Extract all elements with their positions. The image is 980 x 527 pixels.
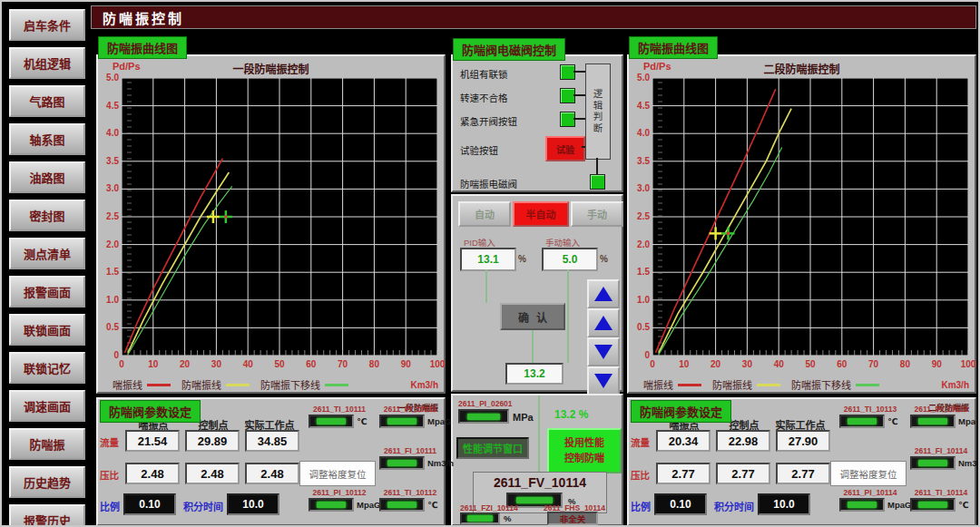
manual-input-unit: % <box>600 254 608 264</box>
value-glow <box>918 502 946 508</box>
adjust-margin-reset-button[interactable]: 调整裕度复位 <box>830 461 906 486</box>
process-tag-unit-3: MpaG <box>887 500 911 510</box>
integral-time-field[interactable]: 10.0 <box>758 493 810 515</box>
process-tag-unit-3: MpaG <box>357 500 380 510</box>
fzi-unit: % <box>504 513 511 523</box>
confirm-button[interactable]: 确认 <box>500 303 565 330</box>
y-tick-label: 3.0 <box>629 183 650 193</box>
integral-time-field[interactable]: 10.0 <box>227 493 279 515</box>
pid-input-label: PID输入 <box>464 236 495 249</box>
param-value-field[interactable]: 2.48 <box>185 463 240 484</box>
process-tag-display-4 <box>910 498 956 512</box>
connector-line <box>573 71 585 73</box>
chart-plot <box>122 78 437 356</box>
test-button-label: 试验按钮 <box>460 143 498 157</box>
x-tick-label: 20 <box>175 359 195 369</box>
param-value-field[interactable]: 29.89 <box>185 430 240 452</box>
value-glow <box>317 418 345 425</box>
chart-title: 二段防喘振控制 <box>629 61 975 76</box>
value-glow <box>387 460 416 466</box>
interlock-label: 机组有联锁 <box>460 67 508 81</box>
param-value-field[interactable]: 22.98 <box>716 430 770 452</box>
curve-section-label-left: 防喘振曲线图 <box>98 36 187 59</box>
adjust-margin-reset-button[interactable]: 调整裕度复位 <box>299 461 376 486</box>
param-value-field[interactable]: 20.34 <box>656 430 710 452</box>
test-button[interactable]: 试验 <box>545 136 585 161</box>
sidebar-item-0[interactable]: 启车条件 <box>9 9 85 41</box>
proportional-field[interactable]: 0.10 <box>654 493 707 515</box>
x-tick-label: 20 <box>706 359 726 369</box>
sidebar-item-7[interactable]: 报警画面 <box>9 276 85 307</box>
auto-mode-button[interactable]: 自动 <box>458 201 511 227</box>
output-value-field[interactable]: 13.2 <box>505 363 564 385</box>
performance-window-button[interactable]: 性能调节窗口 <box>456 437 529 459</box>
increase-button[interactable] <box>587 308 620 337</box>
param-value-field[interactable]: 21.54 <box>125 430 180 452</box>
x-tick-label: 30 <box>206 359 226 369</box>
sidebar-item-5[interactable]: 密封图 <box>9 200 85 231</box>
process-tag-display-3 <box>309 498 354 512</box>
proportional-field[interactable]: 0.10 <box>123 493 176 515</box>
legend-line-swatch <box>226 384 250 386</box>
param-value-field[interactable]: 2.77 <box>716 463 770 484</box>
valve-percent-text: 13.2 % <box>554 408 588 421</box>
x-tick-label: 40 <box>238 359 258 369</box>
valve-output-panel: 2611_PI_02601 MPa 13.2 % 投用性能 控制防喘 性能调节窗… <box>451 394 623 526</box>
y-tick-label: 0.5 <box>629 322 650 332</box>
param-value-field[interactable]: 27.90 <box>776 430 830 452</box>
marker-core <box>224 216 227 219</box>
page-title: 防喘振控制 <box>91 5 976 29</box>
process-tag-unit-2: Nm3/h <box>958 458 980 468</box>
valve-control-panel: 自动 半自动 手动 PID输入 手动输入 13.1 % 5.0 % 确认 13.… <box>451 194 623 392</box>
param-value-field[interactable]: 2.48 <box>245 463 299 484</box>
sidebar-item-10[interactable]: 调速画面 <box>9 390 85 422</box>
legend-label: 防喘振线 <box>181 377 221 392</box>
connector-line <box>567 269 569 363</box>
param-value-field[interactable]: 2.77 <box>776 463 830 484</box>
y-axis-label: Pd/Ps <box>643 61 671 72</box>
sidebar-item-11[interactable]: 防喘振 <box>9 428 85 460</box>
manual-mode-button[interactable]: 手动 <box>571 201 623 227</box>
param-value-field[interactable]: 2.77 <box>656 463 710 484</box>
y-tick-label: 5.0 <box>98 73 119 83</box>
pid-input-unit: % <box>518 254 526 264</box>
semi-auto-mode-button[interactable]: 半自动 <box>513 201 569 227</box>
x-tick-label: 90 <box>396 359 416 369</box>
legend-label: 喘振线 <box>643 377 673 392</box>
sidebar-item-13[interactable]: 报警历史 <box>9 504 85 527</box>
param-row-label-1: 压比 <box>631 468 654 482</box>
process-tag-unit-4: ℃ <box>958 500 969 510</box>
param-section-label: 防喘阀参数设定 <box>100 400 201 423</box>
connector-line <box>485 269 487 303</box>
fast-increase-button[interactable] <box>587 279 620 308</box>
connector-line <box>538 395 540 472</box>
sidebar-item-4[interactable]: 油路图 <box>9 161 85 193</box>
param-row-label-0: 流量 <box>100 435 123 449</box>
process-tag-display-2 <box>910 456 956 470</box>
x-tick-label: 90 <box>926 359 946 369</box>
sidebar-item-3[interactable]: 轴系图 <box>9 123 85 155</box>
param-value-field[interactable]: 2.48 <box>125 463 180 484</box>
integral-time-label: 积分时间 <box>714 499 754 513</box>
manual-input-field[interactable]: 5.0 <box>542 248 598 271</box>
decrease-button[interactable] <box>587 337 620 366</box>
sidebar-item-1[interactable]: 机组逻辑 <box>9 47 85 79</box>
y-tick-label: 1.0 <box>98 295 119 305</box>
x-tick-label: 80 <box>364 359 384 369</box>
sidebar-item-2[interactable]: 气路图 <box>9 85 85 117</box>
pid-input-field[interactable]: 13.1 <box>460 248 516 271</box>
param-value-field[interactable]: 34.85 <box>245 430 299 452</box>
fast-decrease-button[interactable] <box>587 366 620 395</box>
enable-performance-line1: 投用性能 <box>564 435 604 451</box>
sidebar-item-12[interactable]: 历史趋势 <box>9 466 85 498</box>
value-glow <box>848 418 876 425</box>
sidebar-item-6[interactable]: 测点清单 <box>9 238 85 269</box>
sidebar-item-9[interactable]: 联锁记忆 <box>9 352 85 384</box>
process-tag-4: 2611_TI_10114 <box>906 488 975 497</box>
sidebar-item-8[interactable]: 联锁画面 <box>9 314 85 346</box>
surge-chart-stage2: 二段防喘振控制Pd/Ps5.04.54.03.53.02.52.01.51.00… <box>627 54 976 394</box>
integral-time-label: 积分时间 <box>183 499 223 513</box>
y-tick-label: 2.5 <box>629 211 650 221</box>
proportional-label: 比例 <box>631 499 651 513</box>
enable-performance-button[interactable]: 投用性能 控制防喘 <box>547 428 622 473</box>
